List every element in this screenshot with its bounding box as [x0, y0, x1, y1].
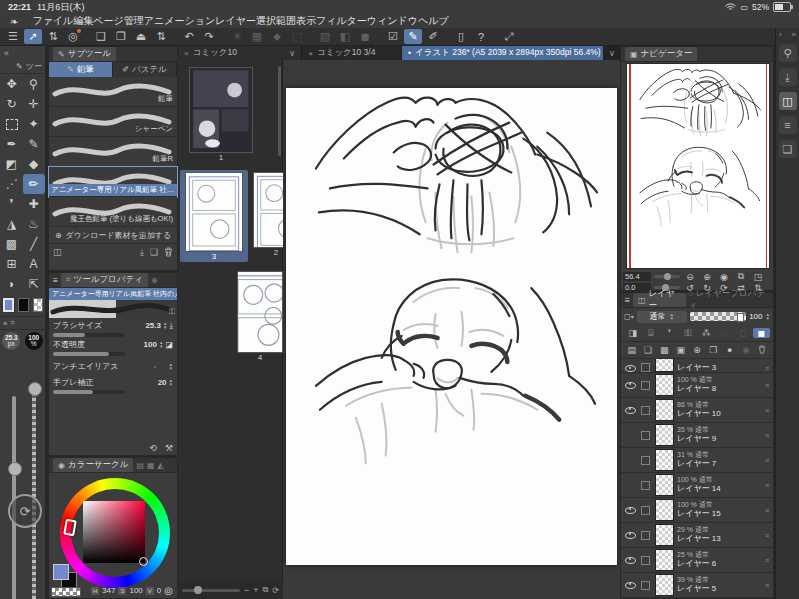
command-button[interactable]: ▧	[316, 29, 334, 44]
tool-button[interactable]: ✏	[23, 174, 45, 194]
eye-icon[interactable]	[625, 582, 636, 589]
layer-action-icon[interactable]: ●	[722, 345, 737, 355]
command-button[interactable]: ◎	[64, 29, 82, 44]
collapse-all-icon[interactable]: »	[792, 30, 796, 39]
eye-icon[interactable]	[625, 532, 636, 539]
command-button[interactable]	[220, 29, 226, 44]
transparent-color-swatch[interactable]	[33, 298, 43, 312]
aa-none-option[interactable]	[149, 366, 151, 368]
stepper-icon[interactable]: ▲▼	[169, 363, 173, 371]
layer-row[interactable]: ✎ 29 % 通常 レイヤー 13 ≡	[621, 523, 773, 548]
command-button[interactable]: ▯	[452, 29, 470, 44]
tool-button[interactable]: ✛	[23, 94, 45, 114]
panel-menu-icon[interactable]: ≡	[3, 319, 7, 328]
tab-comic10-page[interactable]: × コミック10 3/4	[302, 46, 402, 60]
layer-row[interactable]: ✎ 100 % 通常 レイヤー 15 ≡	[621, 498, 773, 523]
command-button[interactable]: ⤢	[500, 29, 518, 44]
clip-studio-logo-icon[interactable]: ❧	[10, 16, 18, 27]
layer-checkbox[interactable]	[641, 406, 650, 415]
command-button[interactable]	[308, 29, 314, 44]
tool-button[interactable]	[1, 114, 23, 134]
brush-item[interactable]: アニメーター専用リアル風鉛筆 社内の人監修	[49, 167, 177, 197]
layer-row[interactable]: ✎ 39 % 通常 レイヤー 5 ≡	[621, 573, 773, 598]
layer-checkbox[interactable]	[641, 481, 650, 490]
layer-action-icon[interactable]: ❐	[706, 345, 721, 355]
layer-tool-icon[interactable]: ◨	[624, 328, 641, 338]
layer-thumbnail[interactable]	[655, 449, 674, 471]
layer-action-icon[interactable]: ◉	[738, 345, 753, 355]
color-mode-toggle-icon[interactable]: ◎	[164, 585, 173, 596]
panel-launcher-button[interactable]: ❏	[779, 140, 797, 158]
command-button[interactable]	[444, 29, 450, 44]
panel-launcher-button[interactable]: ⤓	[779, 68, 797, 86]
import-subtool-icon[interactable]: ⤓	[140, 247, 144, 258]
reset-settings-icon[interactable]: ⟲	[149, 443, 157, 453]
command-button[interactable]: ◧	[336, 29, 354, 44]
layer-action-icon[interactable]: ❏	[640, 345, 655, 355]
layer-row[interactable]: ✎ 100 % 通常 レイヤー 8 ≡	[621, 373, 773, 398]
page-zoom-slider[interactable]	[182, 589, 240, 592]
eye-icon[interactable]	[625, 557, 636, 564]
menu-item[interactable]: ヘルプ	[418, 15, 449, 26]
command-button[interactable]: ⏏	[132, 29, 150, 44]
layer-opacity-slider[interactable]	[690, 312, 747, 321]
command-button[interactable]	[376, 29, 382, 44]
page-scrollbar[interactable]	[278, 66, 281, 156]
layer-palette-color-handle[interactable]: ≡	[761, 432, 773, 439]
tool-button[interactable]: ╱	[23, 234, 45, 254]
layer-action-icon[interactable]: ▤	[624, 345, 639, 355]
layer-action-icon[interactable]: ⊕	[689, 345, 704, 355]
tool-button[interactable]: ✒	[1, 134, 23, 154]
command-button[interactable]: ↶	[180, 29, 198, 44]
tab-illustration-active[interactable]: • イラスト 236* (A5 2039 x 2894px 350dpi 56.…	[402, 46, 604, 60]
zoom-out-icon[interactable]: −	[244, 585, 249, 595]
layer-thumbnail[interactable]	[655, 359, 674, 372]
layer-palette-color-handle[interactable]: ≡	[761, 532, 773, 539]
command-button[interactable]: ☑	[384, 29, 402, 44]
layer-tool-icon[interactable]: ⚿	[679, 328, 696, 339]
chevron-down-icon[interactable]: ∨	[289, 48, 295, 58]
menu-item[interactable]: ページ管理	[93, 15, 143, 26]
tool-button[interactable]: ✥	[1, 74, 23, 94]
main-color-swatch[interactable]	[3, 298, 14, 312]
command-button[interactable]: ✐	[424, 29, 442, 44]
tool-button[interactable]: ✎	[23, 134, 45, 154]
layer-row[interactable]: ✎ 100 % 通常 レイヤー 14 ≡	[621, 473, 773, 498]
color-history-tab-icon[interactable]: ◭	[158, 461, 164, 470]
actual-size-icon[interactable]: ⧉	[734, 271, 748, 282]
command-button[interactable]: ➚	[24, 29, 42, 44]
canvas-area[interactable]	[283, 60, 620, 599]
eye-icon[interactable]	[625, 365, 636, 372]
layer-palette-color-handle[interactable]: ≡	[761, 582, 773, 589]
layer-tool-icon[interactable]: ⍗	[642, 328, 659, 339]
tool-button[interactable]: ❜	[1, 194, 23, 214]
opacity-mini-slider[interactable]	[53, 352, 125, 356]
page-thumbnail-1[interactable]: 1	[190, 68, 252, 162]
layer-thumbnail[interactable]	[655, 499, 674, 521]
layer-palette-color-handle[interactable]: ≡	[761, 382, 773, 389]
layer-checkbox[interactable]	[641, 581, 650, 590]
menu-item[interactable]: 編集	[73, 15, 93, 26]
stepper-icon[interactable]: ▲▼	[766, 313, 770, 321]
layer-palette-color-handle[interactable]: ≡	[761, 507, 773, 514]
tab-overflow-chevron-icon[interactable]: ∨	[604, 46, 620, 60]
navigator-preview[interactable]	[627, 64, 769, 268]
aa-strong-option[interactable]	[164, 366, 166, 368]
tool-button[interactable]: ↻	[1, 94, 23, 114]
layer-tool-icon[interactable]: ⁂	[698, 328, 715, 338]
layer-checkbox[interactable]	[641, 556, 650, 565]
layer-thumbnail[interactable]	[655, 424, 674, 446]
close-tab-icon[interactable]: ×	[184, 49, 189, 58]
brush-detail-icon[interactable]: ⊕	[151, 276, 158, 285]
page-refresh-icon[interactable]: ⟳	[272, 586, 279, 595]
sub-color-swatch[interactable]	[18, 298, 28, 312]
layer-row[interactable]: ✎ レイヤー 3 ≡	[621, 359, 773, 373]
layer-tool-icon[interactable]: ◼	[753, 328, 770, 338]
tool-button[interactable]: ♨	[23, 214, 45, 234]
command-button[interactable]: ⇅	[152, 29, 170, 44]
tool-button[interactable]: ◮	[1, 214, 23, 234]
layer-checkbox[interactable]	[641, 363, 650, 372]
brush-size-mini-slider[interactable]	[53, 333, 125, 337]
page-thumbnail-3-selected[interactable]: 3	[180, 170, 248, 262]
close-tab-icon[interactable]: ×	[308, 49, 313, 58]
